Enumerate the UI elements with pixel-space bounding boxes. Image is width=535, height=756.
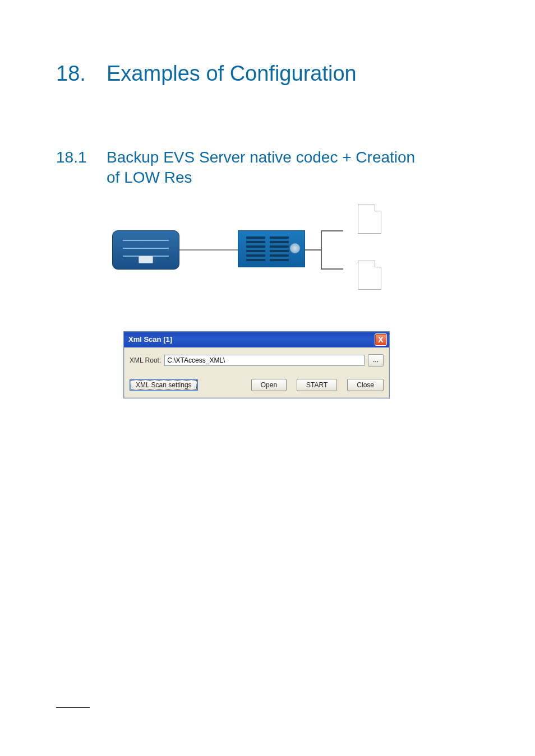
branch-connector xyxy=(305,219,344,281)
footnote-rule xyxy=(56,707,90,708)
evs-server-icon xyxy=(112,230,179,270)
section-heading: 18.1 Backup EVS Server native codec + Cr… xyxy=(56,147,485,188)
open-button[interactable]: Open xyxy=(251,379,287,391)
chapter-heading: 18. Examples of Configuration xyxy=(56,62,485,86)
output-file-icon xyxy=(358,261,381,290)
xml-scan-dialog: Xml Scan [1] X XML Root: ... XML Scan se… xyxy=(123,331,390,398)
section-number: 18.1 xyxy=(56,147,107,188)
xml-root-label: XML Root: xyxy=(130,356,161,364)
xtaccess-server-icon xyxy=(238,230,305,267)
dialog-title: Xml Scan [1] xyxy=(128,335,375,344)
xml-scan-settings-button[interactable]: XML Scan settings xyxy=(130,379,198,391)
connector-line xyxy=(179,249,238,251)
browse-button[interactable]: ... xyxy=(368,354,384,367)
chapter-number: 18. xyxy=(56,62,107,86)
close-icon[interactable]: X xyxy=(375,333,387,346)
close-button[interactable]: Close xyxy=(347,379,384,391)
dialog-titlebar: Xml Scan [1] X xyxy=(124,332,389,347)
chapter-title: Examples of Configuration xyxy=(107,62,357,86)
output-file-icon xyxy=(358,205,381,234)
section-title: Backup EVS Server native codec + Creatio… xyxy=(107,147,421,188)
workflow-diagram xyxy=(112,208,404,309)
xml-root-input[interactable] xyxy=(164,355,365,366)
start-button[interactable]: START xyxy=(297,379,337,391)
